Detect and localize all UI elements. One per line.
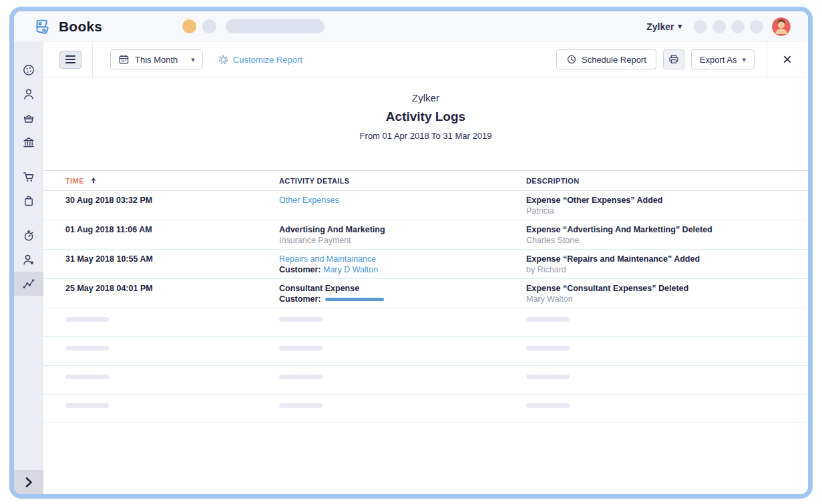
left-sidebar — [14, 42, 43, 494]
description-text: Expense “Consultant Expenses” Deleted — [526, 283, 795, 294]
row-time: 01 Aug 2018 11:06 AM — [65, 224, 279, 246]
report-page: This Month ▾ Customize Report — [43, 42, 808, 494]
skeleton-bar — [65, 346, 109, 350]
print-button[interactable] — [663, 49, 684, 69]
sidebar-item-accountant[interactable] — [14, 248, 43, 272]
avatar-image — [772, 17, 791, 36]
description-user: by Richard — [526, 264, 795, 275]
description-user: Charles Stone — [526, 235, 795, 246]
sort-ascending-icon — [91, 178, 96, 184]
table-row: 31 May 2018 10:55 AM Repairs and Maintai… — [43, 250, 808, 279]
time-header-label: TIME — [65, 177, 84, 185]
basket-icon — [22, 111, 35, 125]
printer-icon — [668, 53, 680, 65]
schedule-report-label: Schedule Report — [582, 55, 646, 65]
calendar-icon — [118, 53, 130, 65]
org-switcher[interactable]: Zylker ▾ — [646, 21, 682, 32]
stopwatch-icon — [22, 229, 35, 242]
cart-icon — [22, 170, 35, 184]
report-title: Activity Logs — [43, 109, 808, 124]
reports-menu-button[interactable] — [59, 51, 81, 69]
reports-chart-icon — [22, 277, 35, 290]
contacts-icon — [22, 87, 35, 101]
notification-dot-icon[interactable] — [182, 19, 196, 33]
period-dropdown[interactable]: This Month ▾ — [110, 49, 203, 69]
column-header-description[interactable]: DESCRIPTION — [526, 177, 795, 185]
books-logo[interactable]: Books — [32, 17, 102, 37]
clock-icon — [566, 54, 577, 65]
topbar-right: Zylker ▾ — [646, 17, 791, 36]
sidebar-item-sales[interactable] — [14, 165, 43, 189]
caret-down-icon: ▾ — [742, 55, 746, 64]
caret-down-icon: ▾ — [678, 22, 682, 31]
skeleton-bar — [279, 374, 323, 379]
activity-link[interactable]: Repairs and Maintainance — [279, 254, 376, 264]
sidebar-item-banking[interactable] — [14, 130, 43, 154]
search-bar[interactable] — [226, 19, 325, 33]
topbar-icon-4[interactable] — [750, 20, 763, 33]
gear-icon — [218, 54, 229, 65]
activity-link[interactable]: Other Expenses — [279, 196, 339, 205]
sidebar-item-time-tracking[interactable] — [14, 224, 43, 248]
row-time: 25 May 2018 04:01 PM — [65, 283, 279, 304]
loading-row — [43, 308, 808, 337]
skeleton-bar — [279, 403, 323, 408]
sidebar-item-contacts[interactable] — [14, 82, 43, 106]
activity-title: Consultant Expense — [279, 283, 526, 294]
user-avatar[interactable] — [772, 17, 791, 36]
chevron-right-icon — [22, 475, 35, 489]
bank-icon — [22, 136, 35, 149]
description-text: Expense “Advertising And Marketting” Del… — [526, 224, 795, 235]
activity-title: Advertising And Marketing — [279, 224, 526, 235]
skeleton-bar — [526, 374, 570, 379]
topbar-icon-2[interactable] — [712, 20, 726, 33]
row-time: 30 Aug 2018 03:32 PM — [65, 195, 279, 216]
report-date-range: From 01 Apr 2018 To 31 Mar 2019 — [43, 131, 808, 141]
top-bar: Books Zylker ▾ — [14, 11, 808, 42]
skeleton-bar — [65, 403, 109, 408]
customize-report-button[interactable]: Customize Report — [218, 54, 302, 65]
topbar-icon-3[interactable] — [731, 20, 745, 33]
redacted-customer-bar — [325, 298, 384, 301]
customer-label: Customer: — [279, 294, 321, 304]
column-header-time[interactable]: TIME — [65, 177, 279, 185]
period-label: This Month — [135, 55, 178, 65]
customer-link[interactable]: Mary D Walton — [323, 265, 378, 274]
sidebar-item-dashboard[interactable] — [14, 58, 43, 82]
topbar-center-widgets — [182, 19, 325, 33]
skeleton-bar — [279, 346, 323, 350]
export-as-label: Export As — [700, 55, 737, 65]
description-text: Expense “Repairs and Maintenance” Added — [526, 254, 795, 264]
skeleton-bar — [526, 317, 570, 322]
topbar-icon-1[interactable] — [694, 20, 707, 33]
app-name: Books — [59, 19, 102, 35]
export-as-button[interactable]: Export As ▾ — [691, 49, 755, 69]
toolbar-divider — [767, 42, 767, 77]
column-header-activity-details[interactable]: ACTIVITY DETAILS — [279, 177, 526, 185]
sidebar-expand-button[interactable] — [14, 470, 43, 494]
table-header-row: TIME ACTIVITY DETAILS DESCRIPTION — [43, 170, 808, 191]
bag-icon — [22, 194, 35, 208]
topbar-circle-icon[interactable] — [202, 19, 216, 33]
sidebar-item-purchases[interactable] — [14, 189, 43, 213]
skeleton-bar — [65, 317, 109, 322]
skeleton-bar — [526, 403, 570, 408]
description-text: Expense “Other Expenses” Added — [526, 195, 795, 206]
skeleton-bar — [526, 346, 570, 350]
caret-down-icon: ▾ — [191, 55, 195, 64]
org-name: Zylker — [646, 21, 674, 32]
table-row: 30 Aug 2018 03:32 PM Other Expenses Expe… — [43, 191, 808, 220]
close-report-button[interactable]: × — [783, 51, 792, 67]
sidebar-item-items[interactable] — [14, 106, 43, 130]
customer-label: Customer: — [279, 265, 321, 274]
app-window: Books Zylker ▾ — [9, 7, 813, 499]
skeleton-bar — [279, 317, 323, 322]
books-logo-icon — [32, 17, 52, 37]
row-time: 31 May 2018 10:55 AM — [65, 254, 279, 275]
table-row: 01 Aug 2018 11:06 AM Advertising And Mar… — [43, 220, 808, 250]
loading-row — [43, 366, 808, 395]
loading-row — [43, 395, 808, 423]
schedule-report-button[interactable]: Schedule Report — [556, 49, 656, 69]
activity-subtitle: Insurance Payment — [279, 235, 526, 246]
sidebar-item-reports[interactable] — [14, 272, 43, 296]
